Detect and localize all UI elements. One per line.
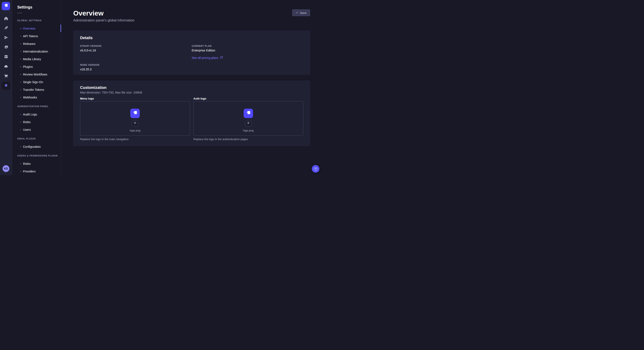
rail-divider-bottom	[0, 163, 12, 163]
bullet-icon	[20, 171, 21, 172]
details-card: Details STRAPI VERSION v5.0.0-rc.19 NODE…	[73, 30, 310, 75]
bullet-icon	[20, 89, 21, 90]
question-mark-icon: ?	[314, 167, 318, 171]
sidebar-item-label: Configuration	[23, 145, 41, 149]
external-link-icon	[220, 56, 223, 60]
sidebar-item-internationalization[interactable]: Internationalization	[17, 48, 61, 55]
sidebar-item-up-roles[interactable]: Roles	[17, 160, 61, 168]
details-fields: STRAPI VERSION v5.0.0-rc.19 NODE VERSION…	[80, 44, 303, 71]
nav-cloud-button[interactable]	[2, 62, 10, 71]
plus-icon	[246, 121, 250, 126]
sidebar-item-overview[interactable]: Overview	[17, 25, 61, 32]
bullet-icon	[20, 28, 21, 29]
user-avatar[interactable]: KD	[2, 165, 9, 172]
sidebar-item-review-workflows[interactable]: Review Workflows	[17, 71, 61, 78]
email-plugin-list: Configuration	[17, 143, 61, 151]
sidebar-item-audit-logs[interactable]: Audit Logs	[17, 111, 61, 118]
strapi-version-field: STRAPI VERSION v5.0.0-rc.19	[80, 44, 192, 52]
field-label: CURRENT PLAN	[192, 44, 303, 48]
sidebar-item-label: Plugins	[23, 65, 33, 68]
menu-logo-section: Menu logo logo.png Replace the logo in t…	[80, 97, 190, 141]
nav-settings-button[interactable]	[2, 81, 10, 90]
sidebar-item-up-providers[interactable]: Providers	[17, 168, 61, 175]
administration-panel-list: Audit Logs Roles Users	[17, 111, 61, 134]
logo-upload-row: Menu logo logo.png Replace the logo in t…	[80, 97, 303, 141]
bullet-icon	[20, 74, 21, 75]
node-version-field: NODE VERSION v18.20.3	[80, 63, 192, 71]
auth-logo-label: Auth logo	[193, 97, 303, 100]
nav-media-library-button[interactable]	[2, 43, 10, 52]
gear-icon	[4, 83, 8, 88]
nav-content-type-builder-button[interactable]	[2, 24, 10, 32]
nav-home-button[interactable]	[2, 14, 10, 23]
sidebar-item-label: Providers	[23, 170, 36, 173]
bullet-icon	[20, 36, 21, 37]
strapi-logo-button[interactable]	[2, 2, 10, 10]
sidebar-item-label: API Tokens	[23, 34, 38, 38]
bullet-icon	[20, 59, 21, 59]
pricing-plans-link-label: See all pricing plans	[192, 56, 218, 60]
strapi-logo-icon	[245, 110, 251, 117]
main-content: Overview Administration panel’s global i…	[61, 0, 322, 175]
layout-icon	[4, 54, 8, 60]
auth-logo-preview	[244, 109, 253, 118]
menu-logo-upload-box[interactable]: logo.png	[80, 101, 190, 136]
field-label: NODE VERSION	[80, 63, 192, 67]
sidebar-item-admin-users[interactable]: Users	[17, 126, 61, 134]
current-plan-field: CURRENT PLAN Enterprise Edition	[192, 44, 303, 52]
customization-card-subtitle: Max dimension: 750×750, Max file size: 1…	[80, 91, 303, 94]
sidebar-item-media-library[interactable]: Media Library	[17, 55, 61, 63]
sidebar-item-admin-roles[interactable]: Roles	[17, 118, 61, 126]
bullet-icon	[20, 97, 21, 98]
feather-icon	[4, 26, 8, 31]
nav-releases-button[interactable]	[2, 34, 10, 42]
menu-logo-add-button[interactable]	[132, 120, 138, 127]
plus-icon	[133, 121, 137, 126]
page-subtitle: Administration panel’s global informatio…	[73, 18, 310, 22]
sidebar-item-email-configuration[interactable]: Configuration	[17, 143, 61, 151]
pricing-plans-link[interactable]: See all pricing plans	[192, 56, 223, 60]
menu-logo-filename: logo.png	[130, 129, 140, 132]
sidebar-item-single-sign-on[interactable]: Single Sign-On	[17, 78, 61, 86]
settings-sidebar: Settings GLOBAL SETTINGS Overview API To…	[12, 0, 61, 175]
auth-logo-filename: logo.png	[243, 129, 254, 132]
sidebar-item-plugins[interactable]: Plugins	[17, 63, 61, 71]
details-left-column: STRAPI VERSION v5.0.0-rc.19 NODE VERSION…	[80, 44, 192, 71]
sidebar-item-api-tokens[interactable]: API Tokens	[17, 32, 61, 40]
sidebar-item-label: Audit Logs	[23, 113, 37, 116]
save-button[interactable]: Save	[292, 9, 310, 16]
bullet-icon	[20, 82, 21, 82]
sidebar-title: Settings	[17, 5, 61, 10]
sidebar-item-label: Roles	[23, 162, 31, 166]
sidebar-item-label: Releases	[23, 42, 35, 45]
home-icon	[4, 16, 8, 21]
sidebar-item-label: Single Sign-On	[23, 80, 43, 84]
users-permissions-list: Roles Providers	[17, 160, 61, 175]
field-value: v5.0.0-rc.19	[80, 49, 192, 52]
help-button[interactable]: ?	[312, 165, 320, 173]
rail-nav	[0, 12, 12, 91]
section-global-settings: GLOBAL SETTINGS	[17, 19, 61, 22]
menu-logo-label: Menu logo	[80, 97, 190, 100]
images-icon	[4, 45, 8, 50]
sidebar-item-transfer-tokens[interactable]: Transfer Tokens	[17, 86, 61, 94]
auth-logo-add-button[interactable]	[245, 120, 252, 127]
auth-logo-upload-box[interactable]: logo.png	[193, 101, 303, 136]
strapi-logo-icon	[3, 3, 8, 9]
bullet-icon	[20, 114, 21, 115]
sidebar-item-webhooks[interactable]: Webhooks	[17, 94, 61, 101]
nav-marketplace-button[interactable]	[2, 72, 10, 80]
bullet-icon	[20, 146, 21, 147]
sidebar-item-label: Media Library	[23, 57, 41, 61]
sidebar-item-label: Transfer Tokens	[23, 88, 44, 91]
icon-rail: KD	[0, 0, 12, 175]
page-header: Overview Administration panel’s global i…	[61, 0, 322, 22]
bullet-icon	[20, 43, 21, 44]
field-value: v18.20.3	[80, 68, 192, 71]
details-right-column: CURRENT PLAN Enterprise Edition See all …	[192, 44, 303, 71]
nav-content-manager-button[interactable]	[2, 53, 10, 61]
paper-plane-icon	[4, 35, 8, 41]
save-button-label: Save	[300, 11, 306, 14]
sidebar-item-releases[interactable]: Releases	[17, 40, 61, 48]
auth-logo-section: Auth logo logo.png Replace the logo in t…	[193, 97, 303, 141]
